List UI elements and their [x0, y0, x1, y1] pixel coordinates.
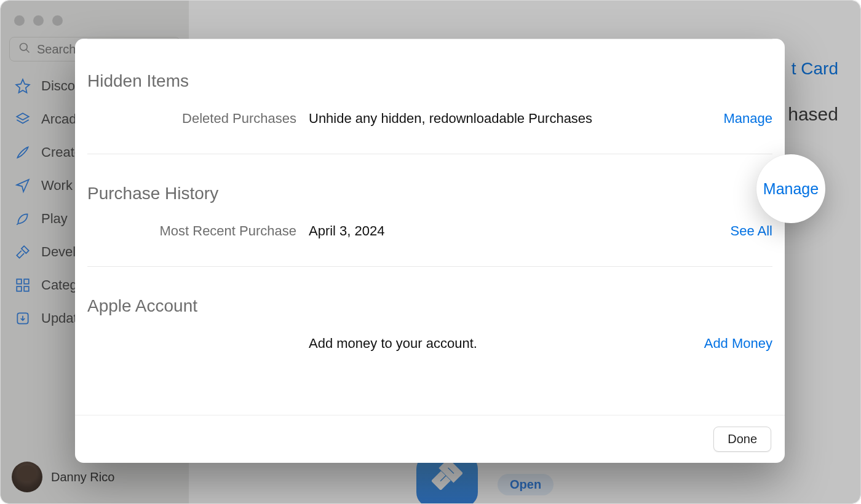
- row-add-money: Add money to your account. Add Money: [87, 333, 772, 354]
- row-value: Unhide any hidden, redownloadable Purcha…: [309, 111, 649, 127]
- done-button[interactable]: Done: [713, 427, 771, 452]
- app-window: Discover Arcade Create Work Play Develop: [0, 0, 861, 504]
- row-value: Add money to your account.: [309, 336, 649, 352]
- row-value: April 3, 2024: [309, 223, 649, 239]
- row-deleted-purchases: Deleted Purchases Unhide any hidden, red…: [87, 108, 772, 129]
- section-title: Apple Account: [87, 296, 772, 316]
- row-most-recent-purchase: Most Recent Purchase April 3, 2024 See A…: [87, 221, 772, 242]
- account-settings-sheet: Hidden Items Deleted Purchases Unhide an…: [75, 39, 785, 463]
- section-hidden-items: Hidden Items Deleted Purchases Unhide an…: [87, 39, 772, 154]
- section-purchase-history: Purchase History Most Recent Purchase Ap…: [87, 154, 772, 266]
- section-apple-account: Apple Account Add money to your account.…: [87, 266, 772, 379]
- section-title: Hidden Items: [87, 71, 772, 91]
- row-key: Deleted Purchases: [87, 111, 296, 127]
- row-key: Most Recent Purchase: [87, 223, 296, 239]
- see-all-button[interactable]: See All: [731, 223, 773, 239]
- sheet-footer: Done: [75, 415, 785, 463]
- section-title: Purchase History: [87, 184, 772, 203]
- add-money-button[interactable]: Add Money: [704, 336, 772, 352]
- manage-hidden-button[interactable]: Manage: [723, 111, 772, 127]
